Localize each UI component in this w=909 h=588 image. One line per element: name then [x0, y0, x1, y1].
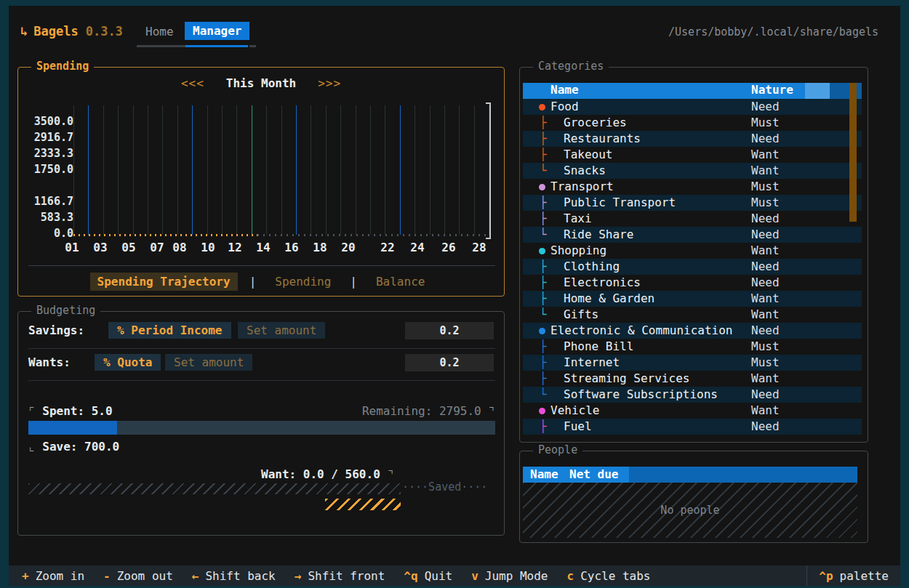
hint-key: v	[471, 569, 478, 583]
category-row[interactable]: VehicleWant	[523, 403, 862, 419]
category-row[interactable]: ├RestaurantsNeed	[523, 131, 862, 147]
period-nav: <<< This Month >>>	[18, 76, 504, 90]
x-axis-tick: 01	[65, 241, 79, 254]
x-axis-tick: 14	[256, 241, 270, 254]
savings-value-input[interactable]: 0.2	[405, 322, 494, 339]
want-label: Want: 0.0 / 560.0 ⌝	[261, 467, 394, 481]
key-hint-cycle-tabs[interactable]: cCycle tabs	[567, 569, 651, 583]
day-gridline	[370, 105, 371, 235]
chart-tabs-divider	[28, 265, 495, 266]
wants-value-input[interactable]: 0.2	[405, 354, 494, 371]
day-gridline	[177, 105, 178, 235]
category-row[interactable]: FoodNeed	[523, 99, 862, 115]
category-color-dot-icon	[539, 184, 545, 190]
wants-mode-quota-button[interactable]: % Quota	[95, 354, 161, 371]
palette-hint[interactable]: ^p palette	[806, 565, 900, 586]
day-gridline	[356, 105, 356, 235]
row-separator	[28, 348, 495, 349]
category-row[interactable]: TransportMust	[523, 179, 862, 195]
tree-branch-icon: ├	[540, 259, 547, 275]
app-name: Bagels	[33, 24, 78, 39]
day-gridline	[252, 105, 252, 235]
chart-tab-separator: |	[249, 275, 257, 289]
category-row[interactable]: ├Streaming ServicesWant	[523, 371, 862, 387]
category-name: Taxi	[564, 211, 592, 227]
day-gridline	[281, 105, 282, 235]
key-hint-shfit-front[interactable]: →Shfit front	[295, 569, 385, 583]
tree-branch-icon: ├	[540, 115, 547, 131]
chart-tab-balance[interactable]: Balance	[369, 273, 432, 291]
hint-key: →	[295, 569, 302, 583]
remaining-value: Remaining: 2795.0	[362, 404, 481, 418]
category-row[interactable]: ├TaxiNeed	[523, 211, 862, 227]
chart-tab-bar: Spending Trajectory|Spending|Balance	[18, 273, 504, 291]
category-name: Streaming Services	[564, 371, 689, 387]
x-axis-tick: 26	[441, 241, 455, 254]
categories-panel-title: Categories	[533, 60, 609, 73]
want-hatch-marker	[325, 499, 401, 510]
hint-key: ←	[192, 569, 199, 583]
category-row[interactable]: ├ClothingNeed	[523, 259, 862, 275]
key-hint-zoom-out[interactable]: -Zoom out	[103, 569, 173, 583]
bracket-glyph: ⌞	[28, 440, 36, 454]
save-label: ⌞ Save: 700.0	[28, 440, 119, 454]
category-row[interactable]: ├Home & GardenWant	[523, 291, 862, 307]
prev-period-button[interactable]: <<<	[181, 76, 204, 90]
category-row[interactable]: └GiftsWant	[523, 307, 862, 323]
category-row[interactable]: └SnacksWant	[523, 163, 862, 179]
day-gridline	[88, 105, 89, 235]
categories-scrollbar-thumb[interactable]	[849, 83, 857, 222]
category-nature: Need	[751, 227, 780, 243]
people-column-netdue: Net due	[569, 467, 618, 483]
category-row[interactable]: ├GroceriesMust	[523, 115, 862, 131]
category-row[interactable]: ├Phone BillMust	[523, 339, 862, 355]
bracket-glyph: ⌝	[387, 467, 394, 481]
y-axis-tick: 2333.3	[18, 147, 73, 160]
day-gridline	[474, 105, 475, 235]
bracket-glyph: ⌜	[28, 404, 36, 418]
chart-tab-spending[interactable]: Spending	[268, 273, 338, 291]
key-hint-quit[interactable]: ^qQuit	[404, 569, 452, 583]
category-name: Groceries	[564, 115, 627, 131]
category-row[interactable]: ├InternetMust	[523, 355, 862, 371]
category-name: Clothing	[564, 259, 620, 275]
savings-mode-amount-button[interactable]: Set amount	[238, 322, 325, 339]
category-row[interactable]: ├ElectronicsNeed	[523, 275, 862, 291]
day-gridline	[385, 105, 385, 235]
saved-hatch-bar	[28, 483, 401, 494]
category-row[interactable]: ShoppingWant	[523, 243, 862, 259]
category-row[interactable]: ├Public TransportMust	[523, 195, 862, 211]
category-row[interactable]: └Software SubscriptionsNeed	[523, 387, 862, 403]
savings-mode-percent-button[interactable]: % Period Income	[108, 322, 231, 339]
category-name: Shopping	[550, 243, 606, 259]
key-hint-shift-back[interactable]: ←Shift back	[192, 569, 276, 583]
category-name: Restaurants	[564, 131, 641, 147]
key-hint-zoom-in[interactable]: +Zoom in	[22, 569, 84, 583]
key-hint-jump-mode[interactable]: vJump Mode	[471, 569, 548, 583]
category-row[interactable]: └Ride ShareNeed	[523, 227, 862, 243]
wants-mode-amount-button[interactable]: Set amount	[165, 354, 252, 371]
chart-tab-spending-trajectory[interactable]: Spending Trajectory	[90, 273, 238, 291]
footer-hint-bar: +Zoom in-Zoom out←Shift back→Shfit front…	[9, 565, 900, 586]
next-period-button[interactable]: >>>	[318, 76, 341, 90]
category-row[interactable]: ├FuelNeed	[523, 419, 862, 435]
category-nature: Must	[751, 339, 780, 355]
category-nature: Need	[751, 323, 780, 339]
category-name: Food	[550, 99, 579, 115]
category-row[interactable]: Electronic & CommunicationNeed	[523, 323, 862, 339]
day-gridline	[118, 105, 119, 235]
tab-manager[interactable]: Manager	[185, 22, 249, 40]
wants-label: Wants:	[28, 355, 71, 369]
category-row[interactable]: ├TakeoutWant	[523, 147, 862, 163]
hint-key: ^q	[404, 569, 417, 583]
tab-home[interactable]: Home	[145, 25, 174, 39]
category-name: Electronic & Communication	[550, 323, 732, 339]
remaining-label: Remaining: 2795.0 ⌝	[362, 404, 495, 418]
tree-branch-icon: ├	[540, 419, 547, 435]
category-nature: Need	[751, 259, 780, 275]
save-value: Save: 700.0	[42, 440, 119, 454]
tree-branch-icon: └	[540, 387, 547, 403]
data-path: /Users/bobby/.local/share/bagels	[668, 25, 878, 39]
hint-label: Zoom out	[117, 569, 173, 583]
y-axis-tick: 2916.7	[18, 131, 73, 144]
